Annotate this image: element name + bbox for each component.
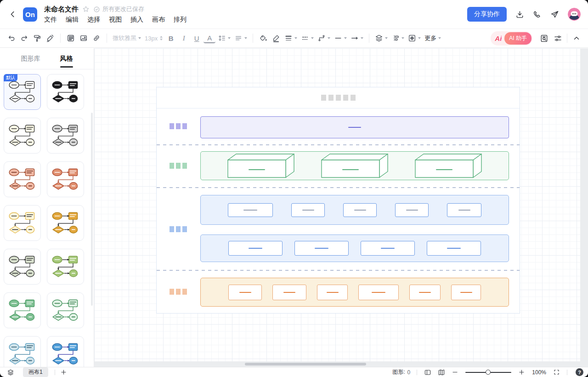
send-button[interactable]	[550, 10, 559, 19]
menu-arrange[interactable]: 排列	[174, 16, 187, 24]
zoom-slider[interactable]	[465, 369, 511, 376]
settings-sliders-button[interactable]	[552, 32, 564, 45]
node-shape[interactable]	[395, 203, 429, 217]
style-card-amber[interactable]	[47, 205, 84, 241]
align-shapes-button[interactable]	[390, 32, 406, 45]
template-diagram[interactable]	[156, 87, 520, 314]
lane-green-container-shape[interactable]	[200, 151, 509, 180]
line-start-button[interactable]	[333, 32, 348, 45]
zoom-slider-knob[interactable]	[486, 370, 491, 375]
bold-button[interactable]: B	[165, 32, 177, 45]
more-button[interactable]: 更多	[423, 32, 442, 45]
style-card-mint[interactable]	[47, 292, 84, 328]
insert-image-button[interactable]	[78, 32, 90, 45]
menu-select[interactable]: 选择	[87, 16, 100, 24]
back-button[interactable]	[7, 9, 18, 20]
arrow-end-button[interactable]	[349, 32, 365, 45]
node-shape[interactable]	[317, 285, 348, 300]
fullscreen-button[interactable]	[553, 369, 560, 376]
style-card-blue[interactable]	[47, 336, 84, 367]
shape-fill-pattern-button[interactable]	[65, 32, 77, 45]
find-replace-button[interactable]	[538, 32, 550, 45]
line-color-button[interactable]	[270, 32, 282, 45]
cuboid-shape[interactable]	[227, 154, 294, 178]
app-logo[interactable]: On	[23, 7, 37, 22]
fill-color-button[interactable]	[257, 32, 269, 45]
layer-order-button[interactable]	[373, 32, 389, 45]
line-height-button[interactable]	[216, 32, 232, 45]
undo-button[interactable]	[6, 32, 17, 45]
node-shape[interactable]	[291, 203, 325, 217]
text-align-button[interactable]	[233, 32, 249, 45]
style-card-sage[interactable]	[4, 249, 41, 285]
share-collaborate-button[interactable]: 分享协作	[467, 7, 507, 22]
document-title[interactable]: 未命名文件	[44, 5, 79, 14]
cuboid-shape[interactable]	[415, 154, 482, 178]
node-shape[interactable]	[427, 241, 481, 256]
lane-blue-container-shape[interactable]	[200, 195, 509, 225]
style-card-cream[interactable]	[4, 118, 41, 154]
lane-purple-container-shape[interactable]	[200, 116, 509, 138]
line-width-button[interactable]	[283, 32, 299, 45]
line-style-button[interactable]	[300, 32, 315, 45]
canvas-tab[interactable]: 画布1	[23, 367, 48, 377]
style-card-salmon[interactable]	[47, 161, 84, 197]
call-button[interactable]	[533, 10, 542, 19]
tab-shape-library[interactable]: 图形库	[21, 49, 40, 69]
lane-blue-container-shape[interactable]	[200, 234, 509, 262]
minimap-button[interactable]	[438, 369, 445, 376]
node-shape[interactable]	[228, 241, 283, 256]
ai-assistant-button[interactable]: Ai AI 助手	[491, 31, 532, 46]
help-button[interactable]: ?	[576, 368, 583, 376]
italic-button[interactable]: I	[178, 32, 190, 45]
node-shape[interactable]	[272, 285, 306, 300]
tab-style[interactable]: 风格	[60, 49, 73, 69]
cuboid-shape[interactable]	[321, 154, 388, 178]
sidebar-scrollbar[interactable]	[91, 113, 93, 306]
style-card-teal-light[interactable]	[4, 336, 41, 367]
node-shape[interactable]	[343, 203, 377, 217]
style-card-green-yellow[interactable]	[47, 249, 84, 285]
collapse-toolbar-button[interactable]	[571, 32, 582, 45]
underline-button[interactable]: U	[191, 32, 203, 45]
toggle-panel-button[interactable]	[424, 369, 431, 376]
horizontal-scrollbar-thumb[interactable]	[245, 363, 366, 366]
menu-file[interactable]: 文件	[44, 16, 57, 24]
resize-button[interactable]	[407, 32, 422, 45]
style-card-black[interactable]	[47, 74, 84, 110]
style-card-default[interactable]: 默认	[4, 74, 41, 110]
style-card-green[interactable]	[4, 292, 41, 328]
style-card-salmon-light[interactable]	[4, 161, 41, 197]
menu-edit[interactable]: 编辑	[66, 16, 79, 24]
node-shape[interactable]	[294, 241, 349, 256]
format-painter-button[interactable]	[31, 32, 43, 45]
node-shape[interactable]	[451, 285, 481, 300]
font-color-button[interactable]: A	[204, 33, 215, 43]
insert-link-button[interactable]	[90, 32, 102, 45]
zoom-level[interactable]: 100%	[532, 369, 546, 376]
font-family-select[interactable]: 微软雅黑	[111, 32, 142, 45]
download-button[interactable]	[515, 10, 524, 19]
connector-type-button[interactable]	[316, 32, 332, 45]
node-shape[interactable]	[228, 203, 273, 217]
zoom-in-button[interactable]	[518, 369, 525, 376]
vertical-scroll-gutter[interactable]	[580, 48, 588, 361]
menu-canvas[interactable]: 画布	[152, 16, 165, 24]
node-shape[interactable]	[447, 203, 481, 217]
redo-button[interactable]	[18, 32, 30, 45]
style-card-yellow-light[interactable]	[4, 205, 41, 241]
font-size-stepper[interactable]: 13px	[143, 32, 164, 45]
node-shape[interactable]	[361, 241, 415, 256]
style-card-gray[interactable]	[47, 118, 84, 154]
node-shape[interactable]	[409, 285, 441, 300]
horizontal-scroll-gutter[interactable]	[94, 361, 588, 367]
node-shape[interactable]	[358, 285, 399, 300]
pages-stack-button[interactable]	[7, 369, 14, 376]
lane-orange-container-shape[interactable]	[200, 278, 509, 307]
node-shape[interactable]	[228, 285, 262, 300]
star-favorite-icon[interactable]	[82, 6, 90, 13]
menu-insert[interactable]: 插入	[130, 16, 143, 24]
zoom-out-button[interactable]	[452, 369, 458, 376]
menu-view[interactable]: 视图	[109, 16, 122, 24]
drawing-canvas[interactable]	[94, 48, 588, 367]
